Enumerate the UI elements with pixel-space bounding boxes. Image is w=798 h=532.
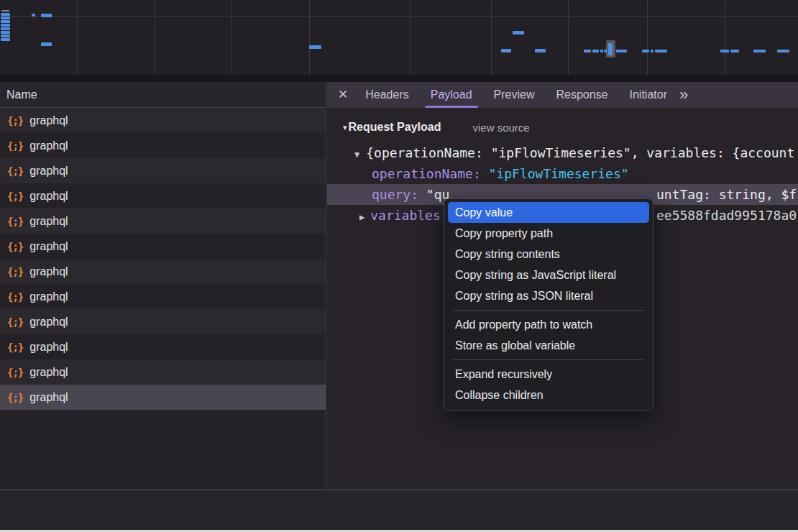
request-timing-bar[interactable]: [32, 14, 35, 17]
request-name: graphql: [29, 290, 68, 303]
tab-headers[interactable]: Headers: [354, 82, 419, 108]
request-timing-bar[interactable]: [1, 20, 10, 23]
json-braces-icon: {;}: [7, 140, 23, 152]
json-braces-icon: {;}: [7, 241, 23, 252]
context-menu: Copy valueCopy property pathCopy string …: [444, 198, 653, 411]
request-timing-bar[interactable]: [1, 13, 10, 16]
request-timing-bar[interactable]: [604, 50, 607, 52]
json-braces-icon: {;}: [7, 216, 23, 227]
request-name: graphql: [29, 190, 68, 203]
request-timing-bar[interactable]: [513, 31, 524, 35]
request-row[interactable]: {;}graphql: [0, 108, 326, 133]
tab-preview[interactable]: Preview: [483, 82, 546, 108]
request-row[interactable]: {;}graphql: [0, 309, 326, 334]
overview-gridline: [309, 0, 310, 75]
request-timing-bar[interactable]: [1, 10, 9, 12]
json-braces-icon: {;}: [7, 115, 23, 127]
request-row[interactable]: {;}graphql: [0, 183, 326, 208]
json-key: variables: [370, 208, 441, 223]
request-row[interactable]: {;}graphql: [0, 158, 326, 183]
overview-gridline: [491, 0, 492, 75]
tab-initiator[interactable]: Initiator: [619, 82, 678, 108]
request-timing-bar[interactable]: [720, 50, 729, 52]
request-timing-bar[interactable]: [730, 50, 739, 52]
devtools-network-panel: Name {;}graphql{;}graphql{;}graphql{;}gr…: [0, 0, 798, 532]
request-name: graphql: [29, 265, 68, 278]
view-source-link[interactable]: view source: [472, 121, 529, 134]
request-name: graphql: [29, 341, 68, 354]
request-row[interactable]: {;}graphql: [0, 385, 326, 410]
request-timing-bar[interactable]: [41, 42, 52, 46]
menu-item-copy-string-as-json-literal[interactable]: Copy string as JSON literal: [448, 285, 649, 306]
json-value-right-fragment: ee5588fdad995178a0: [656, 205, 797, 226]
menu-item-collapse-children[interactable]: Collapse children: [448, 385, 649, 405]
request-row[interactable]: {;}graphql: [0, 284, 326, 309]
tab-response[interactable]: Response: [545, 82, 618, 108]
request-timing-bar[interactable]: [584, 50, 591, 52]
request-timing-bar[interactable]: [1, 17, 10, 19]
request-name: graphql: [29, 165, 68, 178]
menu-item-add-property-path-to-watch[interactable]: Add property path to watch: [448, 314, 649, 335]
request-timing-bar[interactable]: [592, 50, 599, 52]
json-braces-icon: {;}: [7, 367, 23, 378]
more-tabs-icon[interactable]: »: [679, 82, 688, 108]
request-timing-bar[interactable]: [600, 50, 603, 52]
request-name: graphql: [29, 215, 68, 228]
request-row[interactable]: {;}graphql: [0, 359, 326, 385]
menu-separator: [453, 310, 644, 311]
request-timing-bar[interactable]: [1, 38, 10, 41]
collapse-triangle-icon[interactable]: ▾: [343, 123, 347, 132]
request-timing-bar[interactable]: [616, 50, 627, 52]
request-name: graphql: [29, 366, 68, 379]
json-braces-icon: {;}: [7, 165, 23, 177]
request-timing-bar[interactable]: [501, 49, 511, 52]
detail-tabbar: ✕ HeadersPayloadPreviewResponseInitiator…: [327, 82, 798, 108]
menu-item-expand-recursively[interactable]: Expand recursively: [448, 364, 649, 385]
request-timing-bar[interactable]: [753, 50, 766, 52]
request-timing-bar[interactable]: [41, 14, 52, 17]
detail-tabs: HeadersPayloadPreviewResponseInitiator: [354, 82, 678, 108]
overview-gridline: [725, 0, 725, 75]
request-row[interactable]: {;}graphql: [0, 259, 326, 284]
request-timing-bar[interactable]: [1, 24, 10, 27]
request-row[interactable]: {;}graphql: [0, 208, 326, 234]
menu-item-copy-string-contents[interactable]: Copy string contents: [448, 244, 649, 265]
overview-gridline: [410, 0, 411, 75]
overview-gridline: [231, 0, 232, 75]
request-row[interactable]: {;}graphql: [0, 234, 326, 259]
json-braces-icon: {;}: [7, 316, 23, 328]
request-timing-bar[interactable]: [651, 50, 653, 52]
request-timing-bar[interactable]: [1, 35, 10, 37]
close-icon[interactable]: ✕: [338, 82, 348, 108]
request-timing-bar[interactable]: [642, 50, 649, 52]
request-timing-bar[interactable]: [1, 31, 10, 34]
tree-row-operation-name[interactable]: operationName: "ipFlowTimeseries": [327, 163, 798, 184]
request-list-panel: Name {;}graphql{;}graphql{;}graphql{;}gr…: [0, 82, 326, 490]
column-header-name[interactable]: Name: [0, 82, 326, 108]
request-payload-section[interactable]: ▾ Request Payload view source: [327, 118, 798, 137]
request-timing-bar[interactable]: [1, 27, 10, 30]
expanded-arrow-icon[interactable]: ▼: [354, 145, 359, 165]
tab-payload[interactable]: Payload: [420, 82, 483, 108]
request-timing-bar[interactable]: [608, 43, 613, 55]
request-row[interactable]: {;}graphql: [0, 334, 326, 359]
overview-gridline: [77, 0, 78, 75]
network-overview[interactable]: [0, 0, 798, 75]
json-key: operationName:: [372, 166, 481, 181]
tree-row-root[interactable]: ▼{operationName: "ipFlowTimeseries", var…: [327, 142, 798, 163]
collapsed-arrow-icon[interactable]: ▶: [359, 207, 364, 228]
request-row[interactable]: {;}graphql: [0, 133, 326, 158]
request-timing-bar[interactable]: [535, 49, 546, 52]
menu-item-copy-value[interactable]: Copy value: [448, 202, 649, 223]
request-name: graphql: [29, 240, 68, 253]
json-braces-icon: {;}: [7, 266, 23, 278]
request-timing-bar[interactable]: [309, 45, 321, 49]
menu-item-copy-string-as-javascript-literal[interactable]: Copy string as JavaScript literal: [448, 265, 649, 285]
menu-item-copy-property-path[interactable]: Copy property path: [448, 223, 649, 244]
overview-gridline: [155, 0, 155, 75]
menu-item-store-as-global-variable[interactable]: Store as global variable: [448, 335, 649, 356]
request-timing-bar[interactable]: [777, 50, 789, 52]
request-name: graphql: [29, 391, 68, 404]
overview-midline: [0, 16, 798, 17]
request-timing-bar[interactable]: [655, 50, 667, 52]
